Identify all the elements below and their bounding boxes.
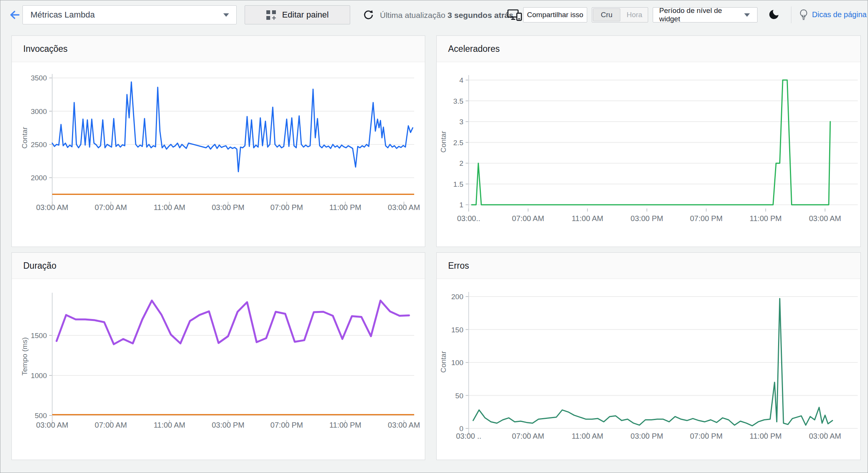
raw-time-toggle: Cru Hora: [592, 7, 648, 22]
svg-text:03:00 AM: 03:00 AM: [388, 203, 420, 212]
svg-text:03:00 AM: 03:00 AM: [388, 421, 420, 429]
edit-dashboard-button[interactable]: Editar painel: [245, 5, 350, 24]
svg-text:3.5: 3.5: [453, 97, 463, 105]
invocations-chart: 350030002500200003:00 AM07:00 AM11:00 AM…: [12, 36, 426, 247]
last-updated-time: 3 segundos atrás: [447, 11, 513, 19]
svg-text:03:00 AM: 03:00 AM: [36, 203, 69, 212]
share-button[interactable]: Compartilhar isso: [523, 7, 587, 22]
svg-text:03:00 AM: 03:00 AM: [36, 421, 69, 429]
svg-text:11:00 PM: 11:00 PM: [329, 203, 361, 212]
widget-title: Erros: [448, 261, 469, 271]
svg-text:07:00 PM: 07:00 PM: [690, 214, 723, 223]
svg-text:2.5: 2.5: [453, 139, 463, 147]
svg-text:1000: 1000: [31, 372, 47, 380]
edit-dashboard-label: Editar painel: [282, 10, 328, 20]
svg-text:3: 3: [459, 118, 463, 126]
dark-mode-moon-icon[interactable]: [768, 8, 780, 21]
errors-widget[interactable]: Erros 20015010050003:00 ..07:00 AM11:00 …: [436, 252, 861, 460]
svg-text:03:00 PM: 03:00 PM: [212, 203, 245, 212]
svg-text:100: 100: [451, 359, 463, 367]
dashboard-select[interactable]: Métricas Lambda: [22, 5, 237, 24]
widget-header: Aceleradores: [437, 36, 860, 62]
toggle-raw[interactable]: Cru: [593, 8, 620, 21]
svg-text:4: 4: [459, 76, 463, 84]
svg-text:11:00 PM: 11:00 PM: [329, 421, 361, 429]
devices-icon[interactable]: [507, 9, 522, 22]
svg-text:1500: 1500: [31, 332, 47, 340]
widget-header: Duração: [12, 253, 425, 279]
widget-header: Erros: [437, 253, 860, 279]
lightbulb-icon: [798, 9, 809, 21]
svg-text:0: 0: [459, 425, 463, 433]
svg-text:150: 150: [451, 326, 463, 334]
svg-text:11:00 AM: 11:00 AM: [154, 203, 185, 212]
cloudwatch-dashboard-page: Métricas Lambda Editar painel Última atu…: [0, 0, 868, 473]
svg-text:07:00 AM: 07:00 AM: [95, 421, 127, 429]
svg-text:07:00 AM: 07:00 AM: [512, 214, 545, 223]
svg-text:07:00 PM: 07:00 PM: [271, 421, 303, 429]
throttles-widget[interactable]: Aceleradores 43.532.521.5103:00..07:00 A…: [436, 35, 861, 247]
back-arrow-button[interactable]: [8, 8, 22, 22]
page-tips-link[interactable]: Dicas de página: [812, 10, 866, 19]
widget-title: Invocações: [23, 44, 67, 54]
widget-header: Invocações: [12, 36, 425, 62]
svg-text:2500: 2500: [31, 141, 47, 149]
svg-text:03:00 PM: 03:00 PM: [212, 421, 245, 429]
throttles-chart: 43.532.521.5103:00..07:00 AM11:00 AM03:0…: [437, 36, 861, 247]
chevron-down-icon: [223, 13, 229, 17]
duration-chart: 1500100050003:00 AM07:00 AM11:00 AM03:00…: [12, 253, 426, 460]
invocations-widget[interactable]: Invocações 350030002500200003:00 AM07:00…: [11, 35, 425, 247]
widget-title: Aceleradores: [448, 44, 500, 54]
svg-text:3000: 3000: [31, 107, 47, 115]
svg-text:11:00 PM: 11:00 PM: [749, 214, 782, 223]
svg-text:11:00 AM: 11:00 AM: [154, 421, 185, 429]
svg-text:Tempo (ms): Tempo (ms): [21, 337, 29, 375]
svg-text:07:00 PM: 07:00 PM: [271, 203, 303, 212]
toggle-time[interactable]: Hora: [621, 8, 648, 22]
share-button-label: Compartilhar isso: [527, 11, 583, 19]
svg-text:Contar: Contar: [439, 131, 447, 153]
grid-plus-icon: [266, 10, 276, 20]
dashboard-select-value: Métricas Lambda: [23, 10, 223, 20]
chevron-down-icon: [744, 13, 750, 17]
svg-text:11:00 AM: 11:00 AM: [572, 432, 603, 440]
svg-text:03:00 PM: 03:00 PM: [631, 432, 663, 440]
svg-text:50: 50: [455, 392, 463, 400]
svg-text:03:00 AM: 03:00 AM: [809, 432, 841, 440]
last-updated-status: Última atualização 3 segundos atrás: [380, 10, 513, 20]
widget-period-value: Período de nível de widget: [653, 6, 744, 23]
svg-text:03:00 PM: 03:00 PM: [631, 214, 663, 223]
svg-text:03:00 ..: 03:00 ..: [456, 432, 482, 440]
refresh-icon[interactable]: [363, 10, 374, 20]
svg-text:200: 200: [451, 293, 463, 301]
svg-text:Contar: Contar: [21, 127, 29, 149]
svg-text:2: 2: [459, 159, 463, 167]
svg-text:1.5: 1.5: [453, 180, 463, 188]
widget-period-select[interactable]: Período de nível de widget: [653, 7, 757, 22]
svg-text:1: 1: [459, 201, 463, 209]
svg-text:11:00 PM: 11:00 PM: [749, 432, 782, 440]
svg-text:03:00..: 03:00..: [457, 214, 480, 223]
svg-text:3500: 3500: [31, 74, 47, 82]
widget-title: Duração: [23, 261, 56, 271]
svg-text:07:00 AM: 07:00 AM: [95, 203, 127, 212]
errors-chart: 20015010050003:00 ..07:00 AM11:00 AM03:0…: [437, 253, 861, 460]
toolbar: Métricas Lambda Editar painel Última atu…: [0, 0, 868, 29]
svg-text:07:00 AM: 07:00 AM: [512, 432, 545, 440]
svg-text:Contar: Contar: [439, 351, 447, 373]
svg-text:11:00 AM: 11:00 AM: [572, 214, 603, 223]
svg-text:2000: 2000: [31, 174, 47, 182]
toolbar-divider: [791, 6, 791, 23]
svg-text:07:00 PM: 07:00 PM: [690, 432, 723, 440]
svg-text:500: 500: [35, 412, 47, 420]
svg-text:03:00 AM: 03:00 AM: [809, 214, 841, 223]
duration-widget[interactable]: Duração 1500100050003:00 AM07:00 AM11:00…: [11, 252, 425, 460]
